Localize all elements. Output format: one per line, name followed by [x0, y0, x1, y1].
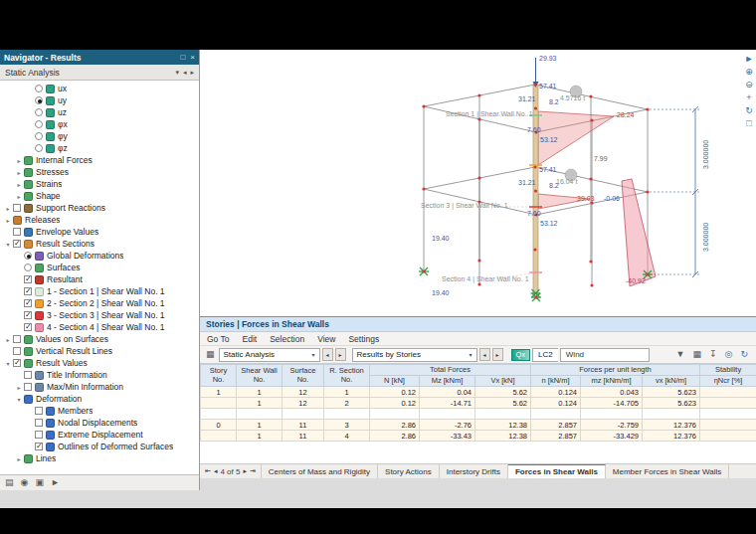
table-cell[interactable]: 0.124: [531, 387, 581, 398]
prev-analysis-button[interactable]: ◂: [322, 348, 333, 361]
radio-button[interactable]: [35, 96, 43, 104]
column-header-vx-kn[interactable]: Vx [kN]: [475, 376, 531, 387]
next-analysis-button[interactable]: ▸: [335, 348, 346, 361]
table-cell[interactable]: 12: [283, 387, 324, 398]
table-cell[interactable]: [237, 409, 283, 420]
checkbox[interactable]: [24, 299, 32, 307]
menu-edit[interactable]: Edit: [243, 334, 258, 344]
table-cell[interactable]: -14.71: [420, 398, 475, 409]
sync-view-icon[interactable]: ↻: [738, 350, 750, 359]
tab-story-actions[interactable]: Story Actions: [378, 464, 440, 478]
column-header-story[interactable]: StoryNo.: [201, 365, 237, 387]
tree-item-resultant[interactable]: Resultant: [0, 273, 199, 285]
last-tab-icon[interactable]: ⇥: [250, 467, 256, 475]
tree-item-members[interactable]: Members: [0, 405, 199, 417]
table-cell[interactable]: 2.86: [370, 420, 420, 431]
column-header-mz-knm-m[interactable]: mz [kNm/m]: [581, 376, 643, 387]
checkbox[interactable]: [35, 431, 43, 439]
table-cell[interactable]: -2.759: [581, 420, 643, 431]
tree-item-uy[interactable]: uy: [0, 94, 199, 106]
model-viewport[interactable]: 29.9357.4131.218.24.5716 tSection 1 | Sh…: [200, 50, 756, 316]
table-cell[interactable]: 12.38: [475, 431, 531, 442]
expander-icon[interactable]: ▾: [3, 360, 13, 367]
analysis-type-dropdown[interactable]: Static Analysis ▾ ◂ ▸: [0, 65, 199, 81]
tree-item-values-on-surfaces[interactable]: ▸Values on Surfaces: [0, 333, 199, 345]
table-cell[interactable]: [700, 398, 756, 409]
tree-item-z[interactable]: φz: [0, 142, 199, 154]
data-navigator-icon[interactable]: ▤: [5, 478, 14, 487]
table-cell[interactable]: 5.623: [643, 387, 700, 398]
expander-icon[interactable]: ▸: [14, 181, 24, 188]
table-cell[interactable]: [283, 409, 324, 420]
prev-tab-icon[interactable]: ◂: [214, 467, 218, 475]
table-row[interactable]: 011132.86-2.7612.382.857-2.75912.376: [201, 420, 756, 431]
tree-item-envelope-values[interactable]: Envelope Values: [0, 226, 199, 238]
table-cell[interactable]: 12: [283, 398, 324, 409]
expander-icon[interactable]: ▸: [3, 336, 13, 343]
select-arrow-icon[interactable]: ►: [745, 55, 754, 64]
expander-icon[interactable]: ▸: [14, 193, 24, 200]
menu-go-to[interactable]: Go To: [207, 334, 230, 344]
zoom-in-icon[interactable]: ⊕: [745, 68, 753, 77]
column-header-r-section[interactable]: R. SectionNo.: [324, 365, 370, 387]
column-header-n-kn-m[interactable]: n [kN/m]: [531, 376, 581, 387]
expander-icon[interactable]: ▾: [3, 241, 13, 248]
table-cell[interactable]: [531, 409, 581, 420]
table-cell[interactable]: 0.12: [370, 387, 420, 398]
table-cell[interactable]: [475, 409, 531, 420]
display-navigator-icon[interactable]: ◉: [21, 478, 29, 487]
checkbox[interactable]: [13, 335, 21, 343]
table-cell[interactable]: 0.12: [370, 398, 420, 409]
tree-item-nodal-displacements[interactable]: Nodal Displacements: [0, 417, 199, 429]
table-cell[interactable]: 5.62: [475, 387, 531, 398]
checkbox[interactable]: [24, 287, 32, 295]
expander-icon[interactable]: ▸: [14, 169, 24, 176]
fit-view-icon[interactable]: □: [746, 119, 751, 128]
table-cell[interactable]: 2.857: [531, 431, 581, 442]
column-header-shear-wall[interactable]: Shear WallNo.: [237, 365, 283, 387]
checkbox[interactable]: [24, 311, 32, 319]
menu-view[interactable]: View: [317, 334, 335, 344]
checkbox[interactable]: [13, 228, 21, 236]
tree-item-surfaces[interactable]: Surfaces: [0, 262, 199, 273]
next-arrow-icon[interactable]: ▸: [190, 69, 194, 77]
table-cell[interactable]: 1: [237, 398, 283, 409]
tree-item-deformation[interactable]: ▾Deformation: [0, 393, 199, 405]
tree-item-max-min-information[interactable]: ▸Max/Min Information: [0, 381, 199, 393]
checkbox[interactable]: [13, 240, 21, 248]
table-cell[interactable]: 2.857: [531, 420, 581, 431]
views-navigator-icon[interactable]: ▣: [35, 478, 44, 487]
column-header-ncr[interactable]: ηNcr [%]: [700, 376, 756, 387]
table-cell[interactable]: -2.76: [420, 420, 475, 431]
checkbox[interactable]: [35, 419, 43, 427]
table-cell[interactable]: [700, 387, 756, 398]
tree-item-lines[interactable]: ▸Lines: [0, 452, 199, 464]
tree-item-outlines-of-deformed-surfaces[interactable]: Outlines of Deformed Surfaces: [0, 441, 199, 452]
table-cell[interactable]: 4: [324, 431, 370, 442]
prev-arrow-icon[interactable]: ◂: [183, 69, 187, 77]
table-cell[interactable]: 1: [237, 387, 283, 398]
pan-icon[interactable]: +: [746, 93, 751, 102]
expander-icon[interactable]: ▸: [14, 455, 24, 462]
tree-item-releases[interactable]: ▸Releases: [0, 214, 199, 226]
tree-item-vertical-result-lines[interactable]: Vertical Result Lines: [0, 345, 199, 357]
load-case-name[interactable]: Wind: [560, 348, 650, 362]
table-cell[interactable]: [324, 409, 370, 420]
expander-icon[interactable]: ▸: [3, 205, 13, 212]
column-header-vx-kn-m[interactable]: vx [kN/m]: [643, 376, 700, 387]
table-cell[interactable]: 12.376: [643, 431, 700, 442]
tree-item-global-deformations[interactable]: Global Deformations: [0, 250, 199, 262]
table-cell[interactable]: 0.04: [420, 387, 475, 398]
table-row[interactable]: 111210.120.045.620.1240.0435.623: [201, 387, 756, 398]
radio-button[interactable]: [35, 85, 43, 92]
export-icon[interactable]: ↧: [707, 350, 719, 359]
expander-icon[interactable]: ▸: [3, 217, 13, 224]
tree-item-internal-forces[interactable]: ▸Internal Forces: [0, 154, 199, 166]
analysis-combo[interactable]: Static Analysis ▾: [219, 348, 320, 362]
prev-results-button[interactable]: ◂: [479, 348, 490, 361]
tree-item-uz[interactable]: uz: [0, 106, 199, 118]
table-row[interactable]: [201, 409, 756, 420]
tree-item-3-section-3-shear-wall-no-1[interactable]: 3 - Section 3 | Shear Wall No. 1: [0, 309, 199, 321]
zoom-out-icon[interactable]: ⊖: [745, 81, 753, 89]
column-header-n-kn[interactable]: N [kN]: [370, 376, 420, 387]
